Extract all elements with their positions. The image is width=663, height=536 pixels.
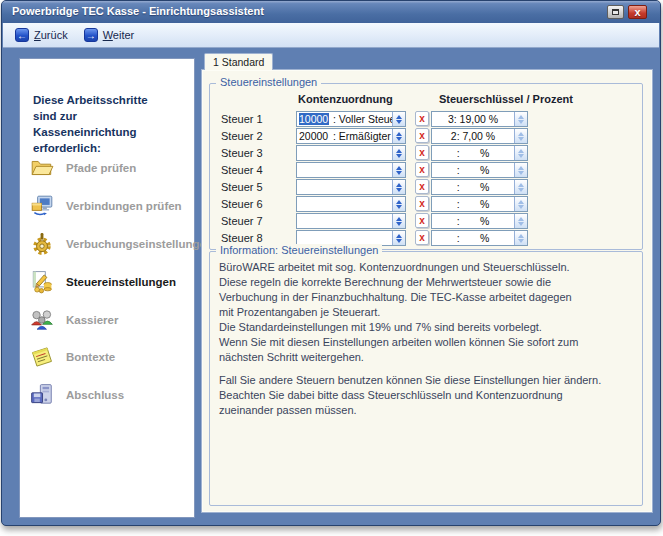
tax-document-icon xyxy=(30,270,54,294)
gear-icon xyxy=(30,232,54,256)
taxkey-combo-1[interactable]: 3: 19,00 % xyxy=(431,111,528,127)
taxkey-value: : % xyxy=(432,164,514,176)
column-header-steuerschluessel: Steuerschlüssel / Prozent xyxy=(439,93,573,105)
taxkey-value: : % xyxy=(432,147,514,159)
wizard-window: Powerbridge TEC Kasse - Einrichtungsassi… xyxy=(1,0,661,526)
cashier-group-icon xyxy=(30,308,54,332)
tax-settings-group: Steuereinstellungen Kontenzuordnung Steu… xyxy=(209,83,643,250)
taxkey-combo-4[interactable]: : % xyxy=(431,162,528,178)
sidebar-item-steuereinstellungen[interactable]: Steuereinstellungen xyxy=(30,269,176,295)
back-arrow-icon: ← xyxy=(15,28,29,42)
taxkey-spinner-icon[interactable] xyxy=(514,129,527,143)
taxkey-spinner-icon[interactable] xyxy=(514,197,527,211)
note-icon xyxy=(30,345,54,369)
tax-row-4: Steuer 4 x : % xyxy=(210,162,642,178)
sidebar-item-verbindungen-pruefen[interactable]: Verbindungen prüfen xyxy=(30,193,182,219)
sidebar-item-verbuchungseinstellungen[interactable]: Verbuchungseinstellungen xyxy=(30,231,213,257)
taxkey-combo-5[interactable]: : % xyxy=(431,179,528,195)
restore-icon xyxy=(612,9,619,15)
account-value: 10000 xyxy=(299,113,329,125)
taxkey-value: 2: 7,00 % xyxy=(432,130,514,142)
account-spinner-icon[interactable] xyxy=(392,231,405,245)
forward-label: Weiter xyxy=(103,29,135,41)
taxkey-value: : % xyxy=(432,215,514,227)
tab-standard[interactable]: 1 Standard xyxy=(204,53,273,70)
taxkey-combo-7[interactable]: : % xyxy=(431,213,528,229)
tax-row-5: Steuer 5 x : % xyxy=(210,179,642,195)
clear-taxkey-button-7[interactable]: x xyxy=(415,213,429,228)
account-spinner-icon[interactable] xyxy=(392,163,405,177)
taxkey-spinner-icon[interactable] xyxy=(514,112,527,126)
tax-group-title: Steuereinstellungen xyxy=(216,76,321,88)
account-combo-5[interactable] xyxy=(296,179,406,195)
close-button[interactable]: x xyxy=(628,5,647,19)
information-group: Information: Steuereinstellungen BüroWAR… xyxy=(209,251,643,506)
clear-taxkey-button-3[interactable]: x xyxy=(415,145,429,160)
column-header-kontenzuordnung: Kontenzuordnung xyxy=(298,93,393,105)
clear-taxkey-button-5[interactable]: x xyxy=(415,179,429,194)
taxkey-value: 3: 19,00 % xyxy=(432,113,514,125)
restore-button[interactable] xyxy=(607,5,624,19)
tab-page: Steuereinstellungen Kontenzuordnung Steu… xyxy=(201,69,653,513)
taxkey-spinner-icon[interactable] xyxy=(514,163,527,177)
tax-row-2: Steuer 2 20000 : Ermäßigter Steuers x 2:… xyxy=(210,128,642,144)
tax-row-7: Steuer 7 x : % xyxy=(210,213,642,229)
title-bar: Powerbridge TEC Kasse - Einrichtungsassi… xyxy=(2,1,660,23)
account-spinner-icon[interactable] xyxy=(392,112,405,126)
back-label: Zurück xyxy=(34,29,68,41)
account-combo-2[interactable]: 20000 : Ermäßigter Steuers xyxy=(296,128,406,144)
account-combo-3[interactable] xyxy=(296,145,406,161)
information-text: BüroWARE arbeitet mit sog. Kontenzuordnu… xyxy=(219,261,636,419)
forward-button[interactable]: → Weiter xyxy=(84,28,135,42)
taxkey-combo-2[interactable]: 2: 7,00 % xyxy=(431,128,528,144)
taxkey-spinner-icon[interactable] xyxy=(514,214,527,228)
account-combo-1[interactable]: 10000 : Voller Steuersatz xyxy=(296,111,406,127)
information-group-title: Information: Steuereinstellungen xyxy=(216,244,382,256)
clear-taxkey-button-1[interactable]: x xyxy=(415,111,429,126)
network-connection-icon xyxy=(30,194,54,218)
taxkey-combo-6[interactable]: : % xyxy=(431,196,528,212)
account-spinner-icon[interactable] xyxy=(392,197,405,211)
forward-arrow-icon: → xyxy=(84,28,98,42)
account-spinner-icon[interactable] xyxy=(392,129,405,143)
clear-taxkey-button-4[interactable]: x xyxy=(415,162,429,177)
taxkey-value: : % xyxy=(432,198,514,210)
sidebar-item-bontexte[interactable]: Bontexte xyxy=(30,344,115,370)
window-title: Powerbridge TEC Kasse - Einrichtungsassi… xyxy=(12,5,264,17)
steps-sidebar: Diese Arbeitsschritte sind zur Kassenein… xyxy=(19,58,195,518)
folder-icon xyxy=(30,156,54,180)
taxkey-spinner-icon[interactable] xyxy=(514,146,527,160)
account-combo-6[interactable] xyxy=(296,196,406,212)
clear-taxkey-button-2[interactable]: x xyxy=(415,128,429,143)
taxkey-value: : % xyxy=(432,232,514,244)
clear-taxkey-button-6[interactable]: x xyxy=(415,196,429,211)
taxkey-spinner-icon[interactable] xyxy=(514,180,527,194)
account-value: 20000 xyxy=(299,130,329,142)
taxkey-combo-3[interactable]: : % xyxy=(431,145,528,161)
taxkey-spinner-icon[interactable] xyxy=(514,231,527,245)
account-spinner-icon[interactable] xyxy=(392,180,405,194)
account-combo-4[interactable] xyxy=(296,162,406,178)
tax-row-1: Steuer 1 10000 : Voller Steuersatz x 3: … xyxy=(210,111,642,127)
back-button[interactable]: ← Zurück xyxy=(15,28,68,42)
sidebar-item-pfade-pruefen[interactable]: Pfade prüfen xyxy=(30,155,136,181)
tax-row-6: Steuer 6 x : % xyxy=(210,196,642,212)
wizard-toolbar: ← Zurück → Weiter xyxy=(3,23,659,48)
tax-row-3: Steuer 3 x : % xyxy=(210,145,642,161)
account-spinner-icon[interactable] xyxy=(392,146,405,160)
steps-heading: Diese Arbeitsschritte sind zur Kassenein… xyxy=(33,92,183,156)
taxkey-value: : % xyxy=(432,181,514,193)
taxkey-combo-8[interactable]: : % xyxy=(431,230,528,246)
clear-taxkey-button-8[interactable]: x xyxy=(415,230,429,245)
account-combo-7[interactable] xyxy=(296,213,406,229)
account-spinner-icon[interactable] xyxy=(392,214,405,228)
sidebar-item-kassierer[interactable]: Kassierer xyxy=(30,307,118,333)
computer-disk-icon xyxy=(30,383,54,407)
sidebar-item-abschluss[interactable]: Abschluss xyxy=(30,382,124,408)
